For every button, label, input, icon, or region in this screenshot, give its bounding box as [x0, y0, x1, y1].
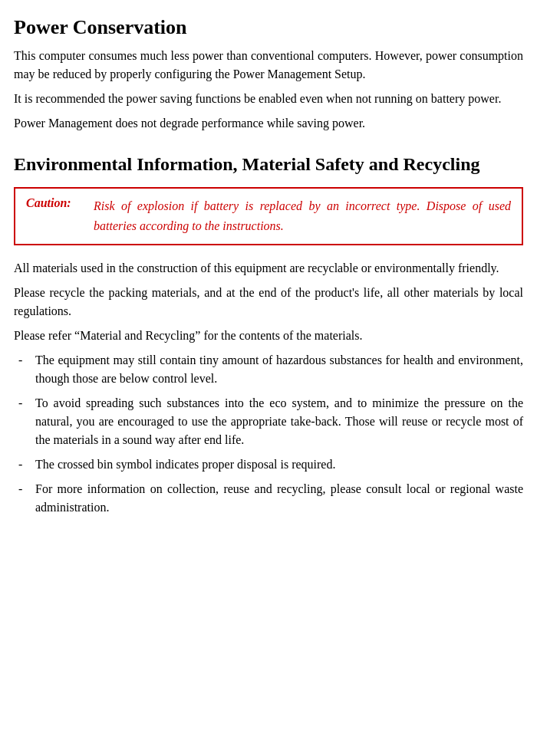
bullet-text: The equipment may still contain tiny amo… — [35, 351, 523, 388]
section1-para3: Power Management does not degrade perfor… — [14, 114, 523, 133]
bullet-dash: - — [14, 455, 28, 474]
bullet-list: -The equipment may still contain tiny am… — [14, 351, 523, 517]
section2-para2: Please recycle the packing materials, an… — [14, 284, 523, 320]
bullet-text: The crossed bin symbol indicates proper … — [35, 455, 523, 474]
section2-title: Environmental Information, Material Safe… — [14, 153, 523, 176]
section2-para1: All materials used in the construction o… — [14, 259, 523, 278]
bullet-text: For more information on collection, reus… — [35, 480, 523, 517]
section1-para2: It is recommended the power saving funct… — [14, 90, 523, 108]
list-item: -The crossed bin symbol indicates proper… — [14, 455, 523, 474]
caution-box: Caution: Risk of explosion if battery is… — [14, 187, 523, 245]
list-item: -To avoid spreading such substances into… — [14, 394, 523, 449]
section2-para3: Please refer “Material and Recycling” fo… — [14, 327, 523, 345]
bullet-text: To avoid spreading such substances into … — [35, 394, 523, 449]
bullet-dash: - — [14, 351, 28, 388]
spacer1 — [14, 139, 523, 153]
section1-para1: This computer consumes much less power t… — [14, 47, 523, 84]
caution-label: Caution: — [26, 196, 87, 235]
bullet-dash: - — [14, 394, 28, 449]
list-item: -For more information on collection, reu… — [14, 480, 523, 517]
list-item: -The equipment may still contain tiny am… — [14, 351, 523, 388]
caution-text: Risk of explosion if battery is replaced… — [94, 196, 511, 235]
bullet-dash: - — [14, 480, 28, 517]
section1-title: Power Conservation — [14, 15, 523, 39]
